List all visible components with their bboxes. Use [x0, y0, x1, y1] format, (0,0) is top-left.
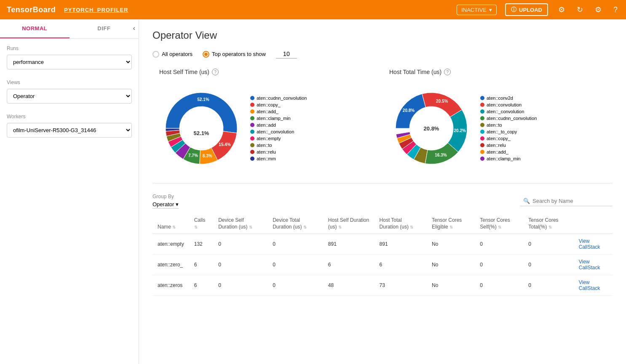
cell-action[interactable]: View CallStack: [574, 234, 613, 255]
host-total-center-label: 20.8%: [424, 125, 439, 132]
legend-item: aten::to: [480, 122, 537, 128]
host-total-time-help-icon[interactable]: ?: [444, 69, 451, 75]
all-operators-radio-circle: [152, 51, 159, 58]
col-tc-eligible[interactable]: Tensor Cores Eligible ⇅: [427, 214, 475, 234]
legend-item: aten::copy_: [480, 136, 537, 141]
views-select[interactable]: Operator: [7, 89, 132, 104]
cell-name: aten::zero_: [152, 255, 189, 275]
group-by-label: Group By: [152, 194, 174, 199]
runs-label: Runs: [0, 39, 139, 53]
main-content: Operator View All operators Top operator…: [139, 19, 626, 364]
svg-text:20.5%: 20.5%: [436, 99, 448, 104]
page-title: Operator View: [152, 29, 613, 41]
runs-select[interactable]: performance: [7, 55, 132, 69]
group-by-value: Operator: [152, 201, 174, 207]
all-operators-radio[interactable]: All operators: [152, 51, 193, 58]
host-total-time-panel: Host Total Time (us) ? 20.8%20.5%20.2%16…: [383, 69, 613, 175]
upload-label: UPLOAD: [519, 7, 542, 13]
cell-host-self: 6: [323, 255, 375, 275]
host-self-legend: aten::cudnn_convolution aten::copy_ aten…: [250, 96, 307, 161]
svg-text:20.2%: 20.2%: [454, 128, 466, 133]
sidebar-collapse-button[interactable]: ‹: [133, 24, 135, 32]
cell-tc-total: 0: [523, 255, 574, 275]
host-self-center-label: 52.1%: [194, 130, 209, 136]
upload-icon: ⓘ: [511, 6, 516, 13]
status-label: INACTIVE: [461, 7, 487, 13]
svg-text:15.4%: 15.4%: [219, 142, 230, 147]
cell-tc-self: 0: [475, 234, 523, 255]
col-tc-total[interactable]: Tensor Cores Total(%) ⇅: [523, 214, 574, 234]
cell-calls: 6: [189, 275, 213, 296]
table-row: aten::zero_ 6 0 0 6 6 No 0 0 View CallSt…: [152, 255, 613, 275]
workers-label: Workers: [0, 107, 139, 121]
legend-item: aten::conv2d: [480, 96, 537, 101]
col-dev-self[interactable]: Device Self Duration (us) ⇅: [213, 214, 268, 234]
top-operators-radio[interactable]: Top operators to show: [203, 51, 266, 58]
cell-host-self: 891: [323, 234, 375, 255]
settings-icon[interactable]: ⚙: [556, 5, 567, 14]
workers-select[interactable]: ofilm-UniServer-R5300-G3_31446: [7, 123, 132, 138]
legend-item: aten::empty: [250, 136, 307, 141]
legend-item: aten::to: [250, 143, 307, 148]
col-tc-self[interactable]: Tensor Cores Self(%) ⇅: [475, 214, 523, 234]
search-icon: 🔍: [523, 198, 530, 204]
app-body: ‹ NORMAL DIFF Runs performance Views Ope…: [0, 19, 626, 364]
cell-dev-self: 0: [213, 255, 268, 275]
tab-diff[interactable]: DIFF: [70, 19, 139, 38]
legend-item: aten::relu: [250, 149, 307, 154]
host-total-time-donut: 20.8%20.5%20.2%16.3% 20.8%: [389, 82, 474, 175]
cell-dev-self: 0: [213, 234, 268, 255]
host-self-time-donut: 52.1%15.4%8.3%7.7% 52.1%: [159, 82, 243, 175]
col-host-self[interactable]: Host Self Duration (us) ⇅: [323, 214, 375, 234]
cell-action[interactable]: View CallStack: [574, 275, 613, 296]
status-dropdown[interactable]: INACTIVE ▾: [457, 5, 497, 15]
search-input[interactable]: [532, 198, 609, 204]
host-self-time-panel: Host Self Time (us) ? 52.1%15.4%8.3%7.7%…: [152, 69, 383, 175]
filter-row: All operators Top operators to show: [152, 50, 613, 58]
cell-host-total: 891: [375, 234, 427, 255]
plugin-label: PYTORCH_PROFILER: [64, 7, 128, 13]
host-self-time-help-icon[interactable]: ?: [212, 69, 219, 75]
col-dev-total[interactable]: Device Total Duration (us) ⇅: [268, 214, 323, 234]
legend-item: aten::add_: [480, 149, 537, 154]
legend-item: aten::relu: [480, 143, 537, 148]
col-calls[interactable]: Calls ⇅: [189, 214, 213, 234]
svg-text:16.3%: 16.3%: [435, 153, 447, 157]
top-operators-input[interactable]: [276, 50, 297, 58]
table-header-row: Name ⇅ Calls ⇅ Device Self Duration (us)…: [152, 214, 613, 234]
views-label: Views: [0, 73, 139, 87]
gear-icon[interactable]: ⚙: [593, 5, 603, 14]
host-total-time-chart-container: 20.8%20.5%20.2%16.3% 20.8% aten::conv2d …: [389, 82, 606, 175]
sidebar: ‹ NORMAL DIFF Runs performance Views Ope…: [0, 19, 139, 364]
cell-action[interactable]: View CallStack: [574, 255, 613, 275]
data-table: Name ⇅ Calls ⇅ Device Self Duration (us)…: [152, 214, 613, 296]
legend-item: aten::clamp_min: [250, 116, 307, 121]
cell-dev-self: 0: [213, 275, 268, 296]
sidebar-tabs: NORMAL DIFF: [0, 19, 139, 39]
col-host-total[interactable]: Host Total Duration (us) ⇅: [375, 214, 427, 234]
host-total-legend: aten::conv2d aten::convolution aten::_co…: [480, 96, 537, 161]
col-action: [574, 214, 613, 234]
cell-dev-total: 0: [268, 255, 323, 275]
cell-tc-total: 0: [523, 275, 574, 296]
cell-host-self: 48: [323, 275, 375, 296]
legend-item: aten::_convolution: [250, 129, 307, 134]
cell-host-total: 6: [375, 255, 427, 275]
legend-item: aten::mm: [250, 156, 307, 161]
group-by-select[interactable]: Operator ▾: [152, 201, 179, 209]
cell-host-total: 73: [375, 275, 427, 296]
status-arrow: ▾: [489, 7, 492, 13]
tab-normal[interactable]: NORMAL: [0, 19, 70, 38]
charts-row: Host Self Time (us) ? 52.1%15.4%8.3%7.7%…: [152, 69, 613, 183]
upload-button[interactable]: ⓘ UPLOAD: [505, 3, 548, 16]
top-operators-label: Top operators to show: [212, 51, 266, 57]
table-row: aten::zeros 6 0 0 48 73 No 0 0 View Call…: [152, 275, 613, 296]
help-icon[interactable]: ?: [612, 5, 619, 14]
refresh-icon[interactable]: ↻: [575, 5, 585, 14]
logo: TensorBoard: [7, 5, 56, 14]
app-header: TensorBoard PYTORCH_PROFILER INACTIVE ▾ …: [0, 0, 626, 19]
host-self-donut-svg: 52.1%15.4%8.3%7.7%: [159, 86, 243, 170]
cell-tc-eligible: No: [427, 255, 475, 275]
cell-calls: 132: [189, 234, 213, 255]
col-name[interactable]: Name ⇅: [152, 214, 189, 234]
